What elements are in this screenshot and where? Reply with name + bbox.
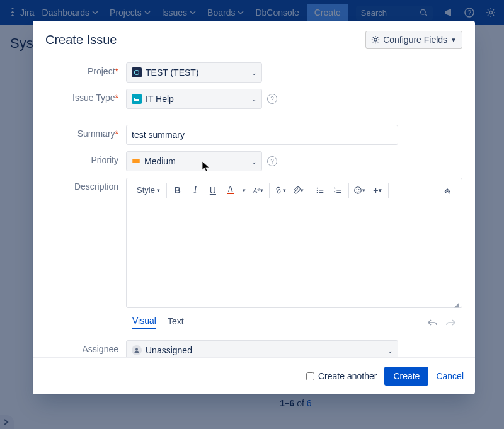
- editor-toolbar: Style▾ B I U A ▾ Aᵃ▾ ▾ ▾: [127, 178, 462, 202]
- style-dropdown[interactable]: Style▾: [134, 185, 163, 195]
- configure-fields-button[interactable]: Configure Fields ▼: [365, 31, 462, 49]
- help-icon[interactable]: ?: [267, 156, 277, 166]
- link-button[interactable]: ▾: [273, 183, 287, 197]
- bullet-list-button[interactable]: [313, 183, 327, 197]
- bold-button[interactable]: B: [171, 183, 185, 197]
- modal-footer: Create another Create Cancel: [33, 357, 475, 394]
- assignee-label: Assignee: [45, 340, 126, 354]
- editor-tabs: Visual Text: [126, 311, 462, 334]
- svg-rect-8: [135, 98, 139, 99]
- underline-button[interactable]: U: [206, 183, 220, 197]
- svg-point-18: [135, 348, 138, 351]
- svg-point-6: [135, 71, 139, 75]
- create-issue-modal: Create Issue Configure Fields ▼ Project*…: [33, 21, 475, 394]
- help-icon[interactable]: ?: [267, 94, 277, 104]
- summary-label: Summary*: [45, 125, 126, 139]
- modal-title: Create Issue: [45, 33, 117, 47]
- attachment-button[interactable]: ▾: [291, 183, 305, 197]
- svg-point-15: [355, 186, 362, 193]
- svg-point-5: [374, 38, 377, 41]
- tab-visual[interactable]: Visual: [132, 316, 156, 329]
- svg-rect-7: [134, 98, 139, 101]
- undo-button[interactable]: [427, 318, 438, 327]
- svg-point-9: [317, 187, 318, 188]
- gear-icon: [371, 35, 380, 44]
- project-select[interactable]: TEST (TEST) ⌄: [126, 62, 262, 83]
- modal-body: Project* TEST (TEST) ⌄ Issue Type* IT He…: [33, 56, 475, 357]
- priority-select[interactable]: Medium ⌄: [126, 151, 262, 171]
- issue-type-icon: [132, 94, 142, 104]
- emoji-button[interactable]: ▾: [353, 183, 367, 197]
- project-label: Project*: [45, 62, 126, 76]
- project-icon: [132, 67, 142, 77]
- priority-label: Priority: [45, 151, 126, 165]
- chevron-down-icon: ⌄: [251, 96, 256, 103]
- summary-input[interactable]: [126, 125, 398, 145]
- modal-header: Create Issue Configure Fields ▼: [33, 21, 475, 56]
- tab-text[interactable]: Text: [168, 316, 184, 328]
- chevron-down-icon: ⌄: [251, 69, 256, 76]
- svg-point-16: [357, 188, 357, 189]
- description-editor: Style▾ B I U A ▾ Aᵃ▾ ▾ ▾: [126, 178, 462, 308]
- add-button[interactable]: +▾: [370, 183, 384, 197]
- unassigned-avatar-icon: [132, 345, 142, 355]
- italic-button[interactable]: I: [188, 183, 202, 197]
- text-color-caret[interactable]: ▾: [241, 183, 248, 197]
- svg-point-17: [358, 188, 359, 189]
- number-list-button[interactable]: 123: [331, 183, 345, 197]
- chevron-down-icon: ⌄: [251, 158, 256, 165]
- issue-type-select[interactable]: IT Help ⌄: [126, 89, 262, 109]
- create-submit-button[interactable]: Create: [384, 367, 428, 386]
- issue-type-label: Issue Type*: [45, 89, 126, 103]
- description-label: Description: [45, 178, 126, 192]
- text-color-button[interactable]: A: [224, 183, 238, 197]
- create-another-input[interactable]: [306, 372, 314, 380]
- redo-button[interactable]: [445, 318, 456, 327]
- create-another-checkbox[interactable]: Create another: [306, 371, 377, 381]
- assignee-select[interactable]: Unassigned ⌄: [126, 340, 398, 357]
- priority-medium-icon: [132, 157, 140, 166]
- description-textarea[interactable]: [127, 202, 462, 299]
- collapse-toolbar-button[interactable]: [440, 183, 454, 197]
- svg-text:3: 3: [334, 191, 336, 194]
- svg-point-10: [317, 190, 318, 191]
- chevron-down-icon: ⌄: [387, 347, 392, 354]
- resize-handle-icon[interactable]: ◢: [127, 301, 462, 307]
- svg-point-11: [317, 192, 318, 193]
- cancel-link[interactable]: Cancel: [436, 371, 464, 381]
- more-format-button[interactable]: Aᵃ▾: [251, 183, 265, 197]
